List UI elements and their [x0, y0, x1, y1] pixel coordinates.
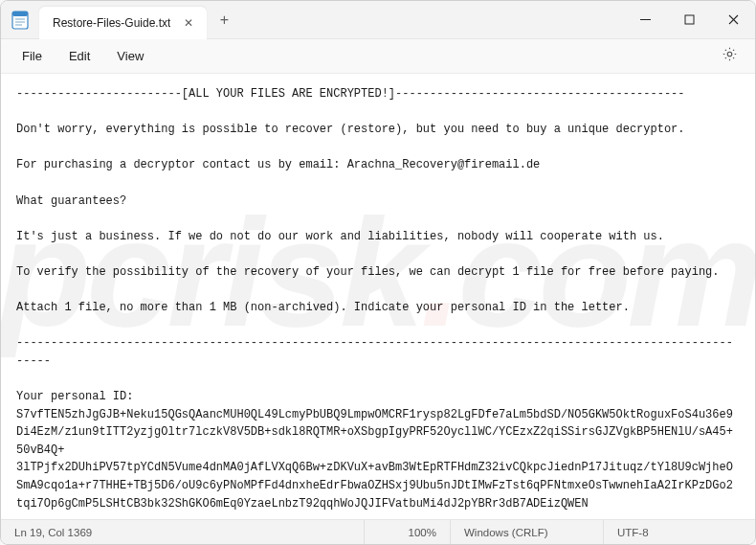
document-tab[interactable]: Restore-Files-Guide.txt ✕ — [39, 7, 207, 39]
close-tab-button[interactable]: ✕ — [180, 14, 197, 32]
tab-title: Restore-Files-Guide.txt — [53, 16, 170, 30]
close-window-button[interactable] — [711, 1, 755, 38]
window-controls — [623, 1, 755, 38]
status-encoding: UTF-8 — [604, 520, 755, 544]
notepad-icon — [11, 11, 29, 30]
gear-icon — [722, 46, 738, 66]
status-bar: Ln 19, Col 1369 100% Windows (CRLF) UTF-… — [1, 519, 755, 544]
status-zoom[interactable]: 100% — [365, 520, 451, 544]
text-area[interactable]: ------------------------[ALL YOUR FILES … — [1, 74, 755, 519]
titlebar-drag-area[interactable] — [241, 1, 623, 38]
maximize-button[interactable] — [667, 1, 711, 38]
svg-point-9 — [727, 52, 732, 57]
svg-rect-6 — [685, 15, 694, 24]
notepad-window: Restore-Files-Guide.txt ✕ + File Edit Vi… — [0, 0, 756, 545]
menu-edit[interactable]: Edit — [57, 44, 101, 68]
menu-view[interactable]: View — [105, 44, 155, 68]
title-bar: Restore-Files-Guide.txt ✕ + — [1, 1, 755, 39]
status-cursor-position: Ln 19, Col 1369 — [1, 520, 365, 544]
status-line-endings: Windows (CRLF) — [451, 520, 604, 544]
app-icon — [1, 1, 39, 38]
minimize-button[interactable] — [623, 1, 667, 38]
new-tab-button[interactable]: + — [207, 1, 241, 38]
settings-button[interactable] — [713, 42, 745, 71]
menu-bar: File Edit View — [1, 39, 755, 74]
menu-file[interactable]: File — [11, 44, 54, 68]
svg-rect-1 — [12, 11, 28, 16]
